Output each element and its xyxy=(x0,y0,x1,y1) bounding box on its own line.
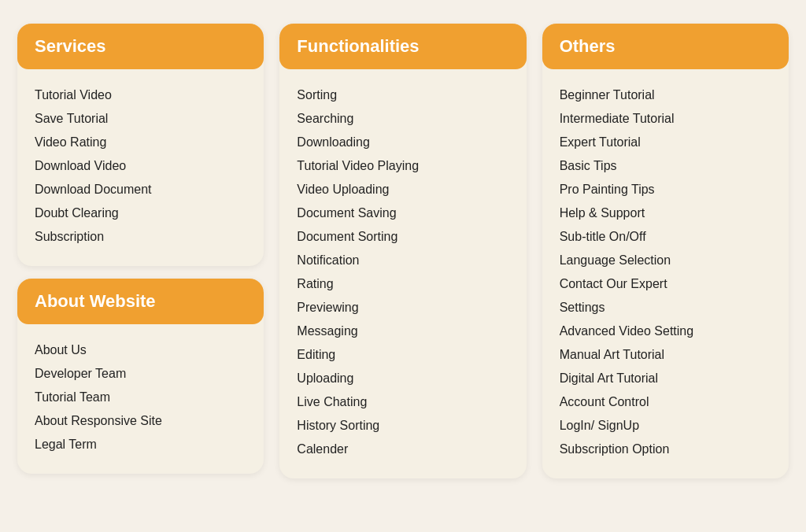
card-body-services: Tutorial VideoSave TutorialVideo RatingD… xyxy=(17,69,264,266)
list-item[interactable]: Uploading xyxy=(297,367,508,390)
card-header-about-website: About Website xyxy=(17,279,264,324)
list-item[interactable]: Editing xyxy=(297,343,508,367)
list-item[interactable]: Digital Art Tutorial xyxy=(560,367,771,390)
list-item[interactable]: Settings xyxy=(560,296,771,320)
list-item[interactable]: Calender xyxy=(297,438,508,461)
card-body-about-website: About UsDeveloper TeamTutorial TeamAbout… xyxy=(17,324,264,474)
list-item[interactable]: Tutorial Video Playing xyxy=(297,154,508,178)
card-title-others: Others xyxy=(560,36,771,57)
list-item[interactable]: About Responsive Site xyxy=(35,409,246,433)
card-header-services: Services xyxy=(17,24,264,69)
card-services: ServicesTutorial VideoSave TutorialVideo… xyxy=(17,24,264,266)
list-item[interactable]: Searching xyxy=(297,107,508,131)
list-item[interactable]: Download Video xyxy=(35,154,246,178)
list-item[interactable]: Document Saving xyxy=(297,201,508,225)
list-item[interactable]: LogIn/ SignUp xyxy=(560,414,771,438)
list-item[interactable]: Developer Team xyxy=(35,362,246,386)
list-item[interactable]: Video Rating xyxy=(35,131,246,154)
list-item[interactable]: Pro Painting Tips xyxy=(560,178,771,201)
list-item[interactable]: Basic Tips xyxy=(560,154,771,178)
list-item[interactable]: Sub-title On/Off xyxy=(560,225,771,249)
list-item[interactable]: Previewing xyxy=(297,296,508,320)
column-0: ServicesTutorial VideoSave TutorialVideo… xyxy=(17,24,264,474)
list-item[interactable]: Subscription Option xyxy=(560,438,771,461)
page-container: ServicesTutorial VideoSave TutorialVideo… xyxy=(17,24,789,478)
list-item[interactable]: Messaging xyxy=(297,320,508,343)
list-item[interactable]: Account Control xyxy=(560,390,771,414)
list-item[interactable]: About Us xyxy=(35,338,246,362)
list-item[interactable]: Tutorial Video xyxy=(35,83,246,107)
list-item[interactable]: Legal Term xyxy=(35,433,246,456)
list-item[interactable]: Video Uploading xyxy=(297,178,508,201)
card-header-functionalities: Functionalities xyxy=(279,24,526,69)
list-item[interactable]: Downloading xyxy=(297,131,508,154)
column-2: OthersBeginner TutorialIntermediate Tuto… xyxy=(542,24,789,478)
list-item[interactable]: Language Selection xyxy=(560,249,771,272)
list-item[interactable]: Beginner Tutorial xyxy=(560,83,771,107)
list-item[interactable]: Document Sorting xyxy=(297,225,508,249)
card-functionalities: FunctionalitiesSortingSearchingDownloadi… xyxy=(279,24,526,478)
list-item[interactable]: Save Tutorial xyxy=(35,107,246,131)
card-title-services: Services xyxy=(35,36,246,57)
list-item[interactable]: Intermediate Tutorial xyxy=(560,107,771,131)
card-title-functionalities: Functionalities xyxy=(297,36,508,57)
list-item[interactable]: Advanced Video Setting xyxy=(560,320,771,343)
card-others: OthersBeginner TutorialIntermediate Tuto… xyxy=(542,24,789,478)
list-item[interactable]: Notification xyxy=(297,249,508,272)
list-item[interactable]: Expert Tutorial xyxy=(560,131,771,154)
list-item[interactable]: Doubt Clearing xyxy=(35,201,246,225)
card-header-others: Others xyxy=(542,24,789,69)
list-item[interactable]: Live Chating xyxy=(297,390,508,414)
list-item[interactable]: Sorting xyxy=(297,83,508,107)
list-item[interactable]: Tutorial Team xyxy=(35,386,246,409)
list-item[interactable]: Contact Our Expert xyxy=(560,272,771,296)
list-item[interactable]: Rating xyxy=(297,272,508,296)
card-about-website: About WebsiteAbout UsDeveloper TeamTutor… xyxy=(17,279,264,474)
card-body-functionalities: SortingSearchingDownloadingTutorial Vide… xyxy=(279,69,526,478)
list-item[interactable]: History Sorting xyxy=(297,414,508,438)
list-item[interactable]: Help & Support xyxy=(560,201,771,225)
list-item[interactable]: Subscription xyxy=(35,225,246,249)
list-item[interactable]: Download Document xyxy=(35,178,246,201)
card-title-about-website: About Website xyxy=(35,291,246,312)
list-item[interactable]: Manual Art Tutorial xyxy=(560,343,771,367)
card-body-others: Beginner TutorialIntermediate TutorialEx… xyxy=(542,69,789,478)
column-1: FunctionalitiesSortingSearchingDownloadi… xyxy=(279,24,526,478)
